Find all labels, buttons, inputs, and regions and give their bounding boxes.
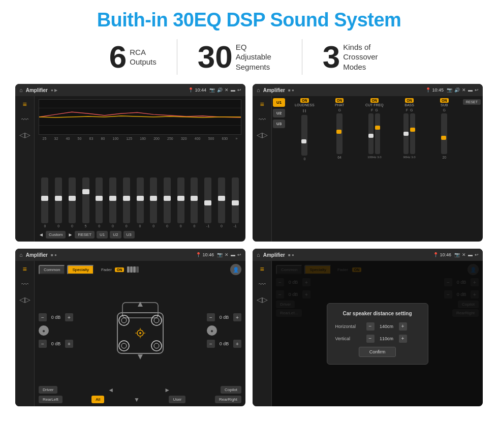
- slider-track-14[interactable]: [218, 177, 225, 223]
- sp-close-icon: ✕: [225, 252, 229, 257]
- fader-bar-1: [127, 266, 130, 273]
- sp-sidebar-wave[interactable]: 〰: [21, 280, 28, 288]
- horizontal-plus-button[interactable]: +: [399, 322, 407, 331]
- slider-col-4: 5: [79, 177, 92, 228]
- expand-icon[interactable]: »: [235, 137, 237, 140]
- sp-back-icon: ↩: [237, 252, 241, 257]
- amp-reset-button[interactable]: RESET: [463, 99, 481, 105]
- rearright-button[interactable]: RearRight: [215, 396, 241, 403]
- driver-button[interactable]: Driver: [39, 386, 57, 394]
- right-top-plus[interactable]: +: [233, 313, 241, 321]
- eq-body: ≡ 〰 ◁▷: [15, 96, 245, 242]
- eq-sidebar-wave[interactable]: 〰: [21, 115, 28, 124]
- amp-screen: ⌂ Amplifier ■ ● 📍 10:45 📷 🔊 ✕ ▬ ↩ ≡: [253, 84, 483, 242]
- home-icon[interactable]: ⌂: [19, 87, 23, 93]
- cutfreq-on-badge: ON: [370, 98, 379, 103]
- svg-point-14: [139, 332, 141, 334]
- amp-sidebar-wave[interactable]: 〰: [259, 115, 266, 124]
- slider-track-12[interactable]: [191, 177, 198, 223]
- bass-channel: ON BASS FG 90Hz 3.0: [393, 98, 426, 159]
- cutfreq-channel: ON CUT FREQ FG 100Hz 3.0: [358, 98, 391, 159]
- sp-sidebar-vol[interactable]: ◁▷: [19, 295, 30, 304]
- right-top-db-value: 0 dB: [216, 315, 232, 320]
- left-arrow-icon[interactable]: ◄: [108, 386, 114, 394]
- custom-preset-button[interactable]: Custom: [46, 231, 66, 238]
- u2-button[interactable]: U2: [110, 231, 121, 238]
- slider-track-1[interactable]: [41, 177, 48, 223]
- speaker-body: ≡ 〰 ◁▷ Common Specialty Fader ON: [15, 261, 245, 406]
- bass-slider-f[interactable]: [403, 113, 409, 154]
- left-bot-minus[interactable]: −: [39, 340, 47, 348]
- slider-track-2[interactable]: [55, 177, 62, 223]
- stat-eq-text: EQ AdjustableSegments: [236, 42, 282, 72]
- slider-track-8[interactable]: [137, 177, 144, 223]
- slider-track-7[interactable]: [123, 177, 130, 223]
- dlg-time: 📍 10:46: [433, 252, 451, 257]
- slider-track-11[interactable]: [177, 177, 184, 223]
- slider-track-5[interactable]: [96, 177, 103, 223]
- svg-marker-20: [138, 354, 143, 360]
- stat-crossover-text: Kinds ofCrossover Modes: [343, 42, 389, 72]
- slider-track-10[interactable]: [164, 177, 171, 223]
- next-preset-button[interactable]: ►: [68, 232, 73, 237]
- sp-home-icon[interactable]: ⌂: [19, 252, 23, 258]
- slider-track-4[interactable]: [82, 177, 89, 223]
- confirm-button[interactable]: Confirm: [359, 347, 396, 357]
- reset-button[interactable]: RESET: [75, 231, 95, 238]
- left-top-minus[interactable]: −: [39, 313, 47, 321]
- u1-amp-button[interactable]: U1: [273, 98, 285, 107]
- right-bot-plus[interactable]: +: [233, 340, 241, 348]
- sp-sidebar-eq[interactable]: ≡: [22, 265, 26, 273]
- eq-sidebar-volume[interactable]: ◁▷: [19, 131, 30, 139]
- fader-label: Fader: [101, 267, 112, 272]
- slider-track-3[interactable]: [69, 177, 76, 223]
- copilot-button[interactable]: Copilot: [221, 386, 241, 394]
- profile-icon[interactable]: 👤: [230, 264, 241, 275]
- phat-slider[interactable]: [336, 113, 343, 154]
- common-tab[interactable]: Common: [39, 265, 65, 275]
- u3-button[interactable]: U3: [123, 231, 135, 238]
- cutfreq-label: CUT FREQ: [365, 103, 384, 107]
- right-top-minus[interactable]: −: [207, 313, 215, 321]
- slider-track-6[interactable]: [109, 177, 116, 223]
- freq-100: 100: [113, 137, 119, 140]
- loudness-slider[interactable]: [301, 115, 307, 156]
- slider-track-15[interactable]: [232, 177, 239, 223]
- specialty-tab[interactable]: Specialty: [67, 265, 94, 275]
- dlg-sidebar-vol[interactable]: ◁▷: [257, 295, 268, 304]
- all-button[interactable]: All: [91, 396, 104, 403]
- amp-sidebar-vol[interactable]: ◁▷: [257, 131, 268, 139]
- right-arrow-icon[interactable]: ►: [164, 386, 170, 394]
- left-bot-plus[interactable]: +: [65, 340, 73, 348]
- eq-sidebar-equalizer[interactable]: ≡: [22, 100, 26, 108]
- cutfreq-slider-f[interactable]: [368, 113, 374, 154]
- amp-sidebar-eq[interactable]: ≡: [260, 100, 264, 108]
- speaker-tabs: Common Specialty Fader ON: [39, 264, 241, 275]
- dlg-sidebar-eq[interactable]: ≡: [260, 265, 264, 273]
- cutfreq-slider-g[interactable]: [375, 113, 380, 154]
- freq-40: 40: [66, 137, 70, 140]
- vertical-plus-button[interactable]: +: [399, 335, 407, 343]
- dlg-sidebar-wave[interactable]: 〰: [259, 280, 266, 288]
- down-arrow-icon[interactable]: ▼: [134, 396, 140, 403]
- user-button[interactable]: User: [169, 396, 185, 403]
- horizontal-minus-button[interactable]: −: [366, 322, 375, 331]
- right-bot-minus[interactable]: −: [207, 340, 215, 348]
- rearleft-button[interactable]: RearLeft: [39, 396, 63, 403]
- prev-preset-button[interactable]: ◄: [39, 232, 44, 237]
- minimize-icon: ▬: [231, 87, 235, 93]
- u1-button[interactable]: U1: [97, 231, 108, 238]
- amp-home-icon[interactable]: ⌂: [257, 87, 260, 93]
- u3-amp-button[interactable]: U3: [273, 120, 285, 128]
- u2-amp-button[interactable]: U2: [273, 109, 285, 117]
- svg-point-7: [151, 315, 162, 325]
- left-top-plus[interactable]: +: [65, 313, 73, 321]
- amp-body: ≡ 〰 ◁▷ U1 U2 U3 ON LOUDNESS: [253, 96, 483, 242]
- bass-slider-g[interactable]: [410, 113, 415, 154]
- vertical-minus-button[interactable]: −: [366, 335, 375, 343]
- sub-slider[interactable]: [441, 113, 447, 154]
- phat-on-badge: ON: [335, 98, 344, 103]
- slider-track-9[interactable]: [150, 177, 157, 223]
- dlg-home-icon[interactable]: ⌂: [257, 252, 260, 258]
- slider-track-13[interactable]: [204, 177, 211, 223]
